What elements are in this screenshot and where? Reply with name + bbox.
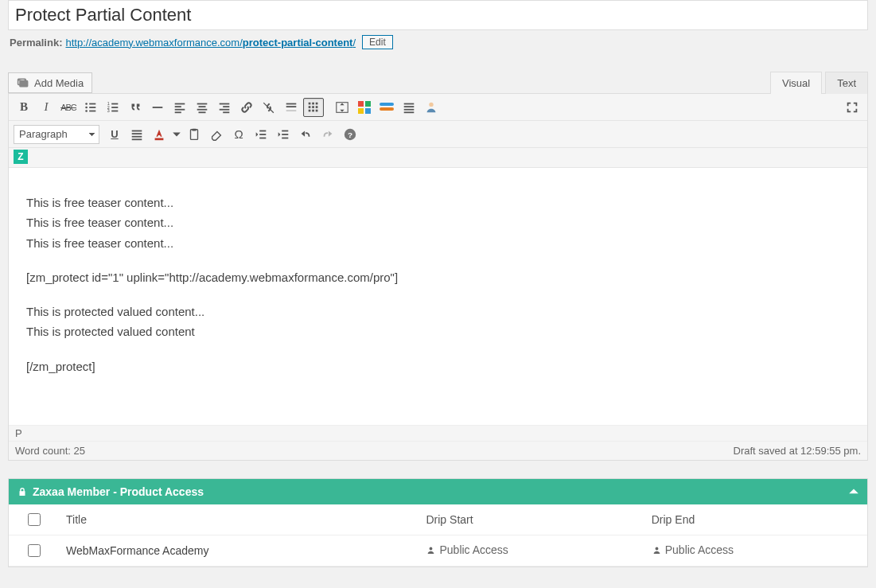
svg-rect-50 bbox=[259, 130, 266, 131]
bold-button[interactable]: B bbox=[14, 98, 34, 117]
permalink-row: Permalink: http://academy.webmaxformance… bbox=[10, 35, 866, 49]
svg-rect-16 bbox=[175, 111, 181, 113]
svg-rect-11 bbox=[111, 110, 118, 111]
toolbar-toggle-button[interactable] bbox=[303, 98, 324, 117]
svg-rect-49 bbox=[192, 128, 196, 130]
svg-rect-17 bbox=[197, 103, 208, 104]
align-center-button[interactable] bbox=[192, 98, 212, 117]
underline-button[interactable]: U bbox=[104, 125, 125, 144]
text-color-dropdown[interactable] bbox=[171, 125, 182, 144]
quote-icon bbox=[128, 100, 142, 115]
hr-button[interactable] bbox=[147, 98, 168, 117]
columns-grid-button[interactable] bbox=[354, 98, 375, 117]
chevron-down-icon bbox=[172, 127, 181, 142]
permalink-link[interactable]: http://academy.webmaxformance.com/protec… bbox=[65, 37, 356, 49]
col-drip-end: Drip End bbox=[642, 504, 867, 535]
user-button[interactable] bbox=[421, 98, 442, 117]
svg-rect-55 bbox=[282, 137, 288, 138]
format-select[interactable]: Paragraph bbox=[14, 125, 99, 144]
svg-rect-31 bbox=[309, 106, 311, 108]
svg-rect-18 bbox=[199, 106, 206, 107]
fullscreen-button[interactable] bbox=[842, 98, 862, 117]
svg-rect-32 bbox=[312, 106, 314, 108]
row-checkbox[interactable] bbox=[28, 544, 41, 557]
content-line: This is free teaser content... bbox=[26, 213, 850, 232]
underline-icon: U bbox=[111, 128, 118, 140]
svg-point-2 bbox=[85, 106, 88, 108]
post-title-input[interactable] bbox=[8, 0, 868, 30]
ul-button[interactable] bbox=[80, 98, 101, 117]
help-button[interactable]: ? bbox=[340, 125, 360, 144]
col-drip-start: Drip Start bbox=[416, 504, 641, 535]
align-left-button[interactable] bbox=[169, 98, 190, 117]
word-count: Word count: 25 bbox=[15, 445, 85, 457]
align-justify-button[interactable] bbox=[127, 125, 147, 144]
paste-text-button[interactable] bbox=[184, 125, 204, 144]
svg-rect-43 bbox=[132, 130, 142, 131]
link-button[interactable] bbox=[236, 98, 257, 117]
save-status: Draft saved at 12:59:55 pm. bbox=[734, 445, 861, 457]
clear-format-button[interactable] bbox=[206, 125, 227, 144]
text-color-button[interactable] bbox=[149, 125, 169, 144]
undo-button[interactable] bbox=[295, 125, 316, 144]
svg-rect-44 bbox=[132, 133, 142, 134]
kitchen-sink-icon bbox=[306, 100, 321, 115]
row-drip-start: Public Access bbox=[426, 543, 508, 556]
svg-rect-13 bbox=[175, 103, 185, 104]
unlink-button[interactable] bbox=[259, 98, 279, 117]
svg-rect-22 bbox=[223, 106, 229, 107]
svg-rect-12 bbox=[153, 107, 163, 108]
content-line: This is protected valued content bbox=[26, 322, 850, 341]
tab-visual[interactable]: Visual bbox=[770, 72, 822, 94]
strike-button[interactable]: ABC bbox=[58, 98, 79, 117]
italic-button[interactable]: I bbox=[36, 98, 56, 117]
svg-rect-29 bbox=[312, 102, 314, 104]
person-icon bbox=[426, 545, 436, 555]
redo-button[interactable] bbox=[317, 125, 338, 144]
svg-rect-27 bbox=[286, 110, 297, 111]
zaxaa-shortcode-button[interactable]: Z bbox=[14, 150, 28, 164]
svg-rect-23 bbox=[220, 108, 230, 110]
svg-rect-7 bbox=[111, 103, 118, 104]
tab-text[interactable]: Text bbox=[825, 72, 868, 94]
move-updown-button[interactable] bbox=[332, 98, 352, 117]
align-left-icon bbox=[173, 100, 187, 115]
indent-button[interactable] bbox=[273, 125, 294, 144]
color-stack-button[interactable] bbox=[376, 98, 397, 117]
omega-icon: Ω bbox=[234, 127, 243, 141]
align-right-button[interactable] bbox=[214, 98, 235, 117]
svg-rect-3 bbox=[89, 107, 95, 108]
svg-rect-36 bbox=[316, 109, 318, 111]
svg-rect-39 bbox=[404, 106, 415, 107]
select-all-checkbox[interactable] bbox=[28, 513, 41, 526]
svg-point-42 bbox=[429, 102, 433, 106]
outdent-icon bbox=[254, 127, 268, 142]
panel-header[interactable]: Zaxaa Member - Product Access bbox=[9, 479, 867, 504]
svg-rect-47 bbox=[155, 138, 164, 140]
justify-button[interactable] bbox=[399, 98, 419, 117]
grid-icon bbox=[357, 100, 372, 115]
quote-button[interactable] bbox=[125, 98, 146, 117]
outdent-button[interactable] bbox=[251, 125, 271, 144]
svg-rect-5 bbox=[89, 110, 95, 111]
element-path: P bbox=[9, 425, 867, 441]
person-icon bbox=[652, 545, 662, 555]
svg-rect-38 bbox=[404, 103, 415, 104]
collapse-icon[interactable] bbox=[848, 486, 859, 497]
edit-slug-button[interactable]: Edit bbox=[362, 35, 393, 49]
svg-text:3: 3 bbox=[107, 108, 110, 113]
ol-button[interactable]: 123 bbox=[103, 98, 123, 117]
svg-rect-9 bbox=[111, 107, 118, 108]
col-title: Title bbox=[56, 504, 416, 535]
permalink-label: Permalink: bbox=[10, 37, 62, 49]
more-button[interactable] bbox=[281, 98, 302, 117]
lock-icon bbox=[17, 486, 28, 497]
special-char-button[interactable]: Ω bbox=[228, 125, 249, 144]
svg-rect-40 bbox=[404, 108, 415, 110]
svg-rect-54 bbox=[282, 134, 288, 135]
hr-icon bbox=[150, 100, 165, 115]
content-editor[interactable]: This is free teaser content... This is f… bbox=[9, 168, 867, 425]
align-right-icon bbox=[217, 100, 232, 115]
svg-rect-25 bbox=[286, 103, 297, 104]
add-media-button[interactable]: Add Media bbox=[8, 72, 92, 93]
